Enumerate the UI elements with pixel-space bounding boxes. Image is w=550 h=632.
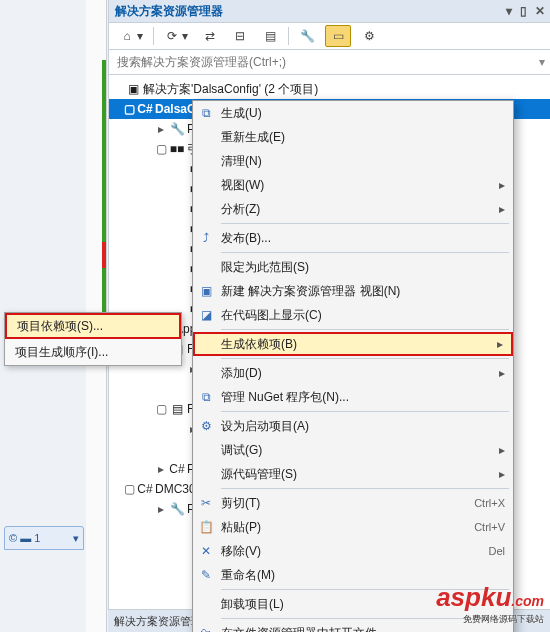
- collapse-icon: ⊟: [232, 28, 248, 44]
- chevron-down-icon: ▾: [73, 532, 79, 545]
- expand-icon[interactable]: ▢: [123, 102, 135, 116]
- options-icon: ⚙: [361, 28, 377, 44]
- project-dependencies-item[interactable]: 项目依赖项(S)...: [5, 313, 181, 339]
- submenu-arrow-icon: ▸: [499, 443, 505, 457]
- chevron-down-icon: ▾: [137, 29, 143, 43]
- home-icon: ⌂: [119, 28, 135, 44]
- collapse-button[interactable]: ⊟: [228, 26, 252, 46]
- submenu-arrow-icon: ▸: [499, 366, 505, 380]
- ctx-add[interactable]: 添加(D)▸: [193, 361, 513, 385]
- paste-icon: 📋: [197, 520, 215, 534]
- submenu-arrow-icon: ▸: [499, 202, 505, 216]
- separator: [288, 27, 289, 45]
- dock-tab[interactable]: © ▬ 1 ▾: [4, 526, 84, 550]
- wrench-icon: 🔧: [169, 122, 185, 136]
- ctx-new-view[interactable]: ▣新建 解决方案资源管理器 视图(N): [193, 279, 513, 303]
- publish-icon: ⤴: [197, 231, 215, 245]
- nuget-icon: ⧉: [197, 390, 215, 404]
- toolbar: ⌂▾ ⟳▾ ⇄ ⊟ ▤ 🔧 ▭ ⚙: [109, 23, 550, 50]
- context-menu: ⧉生成(U) 重新生成(E) 清理(N) 视图(W)▸ 分析(Z)▸ ⤴发布(B…: [192, 100, 514, 632]
- cs-icon: C#: [169, 462, 185, 476]
- csharp-project-icon: C#: [137, 102, 153, 116]
- wrench-icon: 🔧: [299, 28, 315, 44]
- expand-icon[interactable]: ▸: [155, 122, 167, 136]
- search-dropdown-icon[interactable]: ▾: [539, 55, 545, 69]
- sync-button[interactable]: ⇄: [198, 26, 222, 46]
- ctx-build[interactable]: ⧉生成(U): [193, 101, 513, 125]
- project-build-order-item[interactable]: 项目生成顺序(I)...: [5, 339, 181, 365]
- pin-icon[interactable]: ▯: [520, 4, 527, 18]
- project-submenu: 项目依赖项(S)... 项目生成顺序(I)...: [4, 312, 182, 366]
- wrench-icon: 🔧: [169, 502, 185, 516]
- ctx-remove[interactable]: ✕移除(V)Del: [193, 539, 513, 563]
- refresh-icon: ⟳: [164, 28, 180, 44]
- watermark: aspku.com 免费网络源码下载站: [436, 582, 544, 626]
- expand-icon[interactable]: ▢: [155, 142, 167, 156]
- submenu-arrow-icon: ▸: [497, 337, 503, 351]
- csharp-project-icon: C#: [137, 482, 153, 496]
- cut-icon: ✂: [197, 496, 215, 510]
- close-icon[interactable]: ✕: [535, 4, 545, 18]
- ctx-analyze[interactable]: 分析(Z)▸: [193, 197, 513, 221]
- build-icon: ⧉: [197, 106, 215, 120]
- showall-button[interactable]: ▤: [258, 26, 282, 46]
- options-button[interactable]: ⚙: [357, 26, 381, 46]
- dock-tab-label: © ▬ 1: [9, 532, 40, 544]
- ctx-debug[interactable]: 调试(G)▸: [193, 438, 513, 462]
- ctx-rebuild[interactable]: 重新生成(E): [193, 125, 513, 149]
- properties-button[interactable]: 🔧: [295, 26, 319, 46]
- ctx-scope[interactable]: 限定为此范围(S): [193, 255, 513, 279]
- separator: [221, 358, 509, 359]
- startup-icon: ⚙: [197, 419, 215, 433]
- separator: [221, 411, 509, 412]
- ctx-nuget[interactable]: ⧉管理 NuGet 程序包(N)...: [193, 385, 513, 409]
- panel-menu-icon[interactable]: ▾: [506, 4, 512, 18]
- solution-node[interactable]: ▣解决方案'DalsaConfig' (2 个项目): [109, 79, 550, 99]
- preview-icon: ▭: [330, 28, 346, 44]
- refresh-button[interactable]: ⟳▾: [160, 26, 192, 46]
- preview-button[interactable]: ▭: [325, 25, 351, 47]
- ctx-code-map[interactable]: ◪在代码图上显示(C): [193, 303, 513, 327]
- ctx-paste[interactable]: 📋粘贴(P)Ctrl+V: [193, 515, 513, 539]
- ctx-source-control[interactable]: 源代码管理(S)▸: [193, 462, 513, 486]
- ctx-cut[interactable]: ✂剪切(T)Ctrl+X: [193, 491, 513, 515]
- separator: [221, 488, 509, 489]
- ctx-startup[interactable]: ⚙设为启动项目(A): [193, 414, 513, 438]
- panel-titlebar[interactable]: 解决方案资源管理器 ▾ ▯ ✕: [109, 0, 550, 23]
- submenu-arrow-icon: ▸: [499, 467, 505, 481]
- submenu-arrow-icon: ▸: [499, 178, 505, 192]
- expand-icon[interactable]: ▸: [155, 462, 167, 476]
- showall-icon: ▤: [262, 28, 278, 44]
- sync-icon: ⇄: [202, 28, 218, 44]
- change-indicator: [102, 60, 106, 320]
- folder-icon: 🗁: [197, 626, 215, 632]
- home-button[interactable]: ⌂▾: [115, 26, 147, 46]
- separator: [221, 223, 509, 224]
- separator: [221, 252, 509, 253]
- search-input[interactable]: [115, 54, 539, 70]
- chevron-down-icon: ▾: [182, 29, 188, 43]
- expand-icon[interactable]: ▢: [155, 402, 167, 416]
- form-icon: ▤: [169, 402, 185, 416]
- rename-icon: ✎: [197, 568, 215, 582]
- expand-icon[interactable]: ▸: [155, 502, 167, 516]
- code-map-icon: ◪: [197, 308, 215, 322]
- separator: [153, 27, 154, 45]
- ctx-view[interactable]: 视图(W)▸: [193, 173, 513, 197]
- separator: [221, 329, 509, 330]
- ctx-clean[interactable]: 清理(N): [193, 149, 513, 173]
- expand-icon[interactable]: ▢: [123, 482, 135, 496]
- new-view-icon: ▣: [197, 284, 215, 298]
- solution-icon: ▣: [125, 82, 141, 96]
- references-icon: ■■: [169, 142, 185, 156]
- ctx-publish[interactable]: ⤴发布(B)...: [193, 226, 513, 250]
- remove-icon: ✕: [197, 544, 215, 558]
- footer-tab-label: 解决方案资源管理: [114, 614, 202, 629]
- ctx-build-deps[interactable]: 生成依赖项(B)▸: [193, 332, 513, 356]
- search-box[interactable]: ▾: [109, 50, 550, 75]
- panel-title: 解决方案资源管理器: [115, 3, 223, 20]
